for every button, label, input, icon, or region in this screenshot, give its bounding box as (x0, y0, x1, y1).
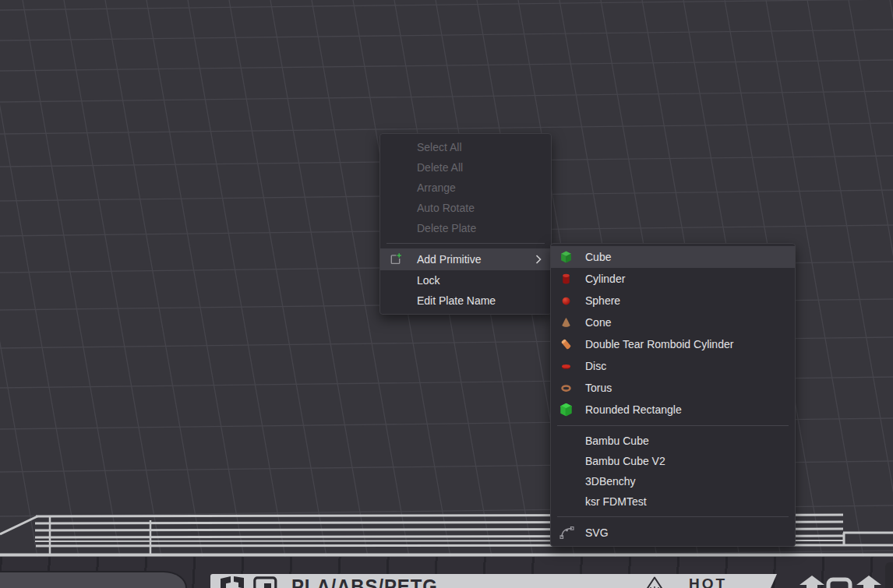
arrow-up-icon (799, 576, 824, 588)
arrow-up-icon (856, 576, 881, 588)
menu-item-arrange[interactable]: Arrange (380, 178, 551, 198)
hot-surface-warning-icon (644, 576, 665, 588)
plate-label-bar: PLA/ABS/PETG HOT (210, 574, 777, 588)
submenu-separator (557, 516, 789, 517)
torus-icon (559, 382, 573, 395)
submenu-item-bambu-cube[interactable]: Bambu Cube (551, 431, 795, 451)
submenu-item-disc[interactable]: Disc (551, 355, 795, 377)
submenu-item-cylinder[interactable]: Cylinder (551, 268, 795, 290)
add-primitive-icon (389, 253, 402, 266)
cube-icon (559, 251, 573, 264)
sphere-icon (559, 294, 573, 308)
slicer-3d-viewport[interactable]: PLA/ABS/PETG HOT Select All Delete All A… (0, 0, 893, 588)
submenu-item-label: SVG (585, 526, 609, 539)
plate-context-menu: Select All Delete All Arrange Auto Rotat… (379, 133, 552, 315)
plate-corner-tab (0, 571, 187, 588)
submenu-item-double-tear-romboid-cylinder[interactable]: Double Tear Romboid Cylinder (551, 333, 795, 355)
rounded-rectangle-icon (559, 403, 573, 417)
chevron-right-icon (535, 255, 542, 264)
submenu-item-label: Cone (585, 316, 611, 329)
outline-square-icon (826, 577, 852, 588)
cone-icon (559, 316, 573, 329)
menu-item-lock[interactable]: Lock (380, 270, 551, 290)
menu-item-auto-rotate[interactable]: Auto Rotate (380, 198, 551, 218)
menu-separator (386, 243, 545, 244)
submenu-item-rounded-rectangle[interactable]: Rounded Rectangle (551, 399, 795, 421)
menu-item-label: Add Primitive (417, 253, 481, 266)
submenu-item-cube[interactable]: Cube (551, 246, 795, 268)
submenu-item-3dbenchy[interactable]: 3DBenchy (551, 471, 795, 491)
submenu-item-svg[interactable]: SVG (551, 522, 795, 544)
submenu-item-label: Sphere (585, 294, 620, 307)
plate-badge-icon (253, 576, 278, 588)
submenu-item-cone[interactable]: Cone (551, 312, 795, 333)
menu-item-edit-plate-name[interactable]: Edit Plate Name (380, 290, 551, 311)
submenu-item-bambu-cube-v2[interactable]: Bambu Cube V2 (551, 451, 795, 471)
bambu-logo-icon (221, 576, 247, 588)
submenu-item-label: Cylinder (585, 273, 625, 285)
submenu-separator (557, 425, 789, 426)
submenu-item-label: Disc (585, 360, 606, 372)
add-primitive-submenu: Cube Cylinder Sphere Cone (550, 243, 796, 547)
submenu-item-label: Torus (585, 382, 612, 394)
submenu-item-label: Rounded Rectangle (585, 403, 682, 416)
menu-item-delete-all[interactable]: Delete All (380, 157, 551, 178)
cylinder-icon (559, 273, 573, 286)
submenu-item-sphere[interactable]: Sphere (551, 290, 795, 312)
submenu-item-torus[interactable]: Torus (551, 377, 795, 399)
hot-label: HOT (689, 576, 727, 588)
romboid-cylinder-icon (559, 338, 573, 351)
submenu-item-label: Double Tear Romboid Cylinder (585, 338, 733, 350)
plate-dark-corner (885, 562, 893, 588)
disc-icon (559, 360, 573, 373)
menu-item-select-all[interactable]: Select All (380, 137, 551, 157)
submenu-item-label: Cube (585, 251, 611, 263)
plate-material-label: PLA/ABS/PETG (291, 575, 438, 588)
submenu-item-ksr-fdmtest[interactable]: ksr FDMTest (551, 491, 795, 512)
menu-item-delete-plate[interactable]: Delete Plate (380, 218, 551, 238)
bezier-curve-icon (559, 526, 575, 540)
menu-item-add-primitive[interactable]: Add Primitive (380, 248, 551, 270)
